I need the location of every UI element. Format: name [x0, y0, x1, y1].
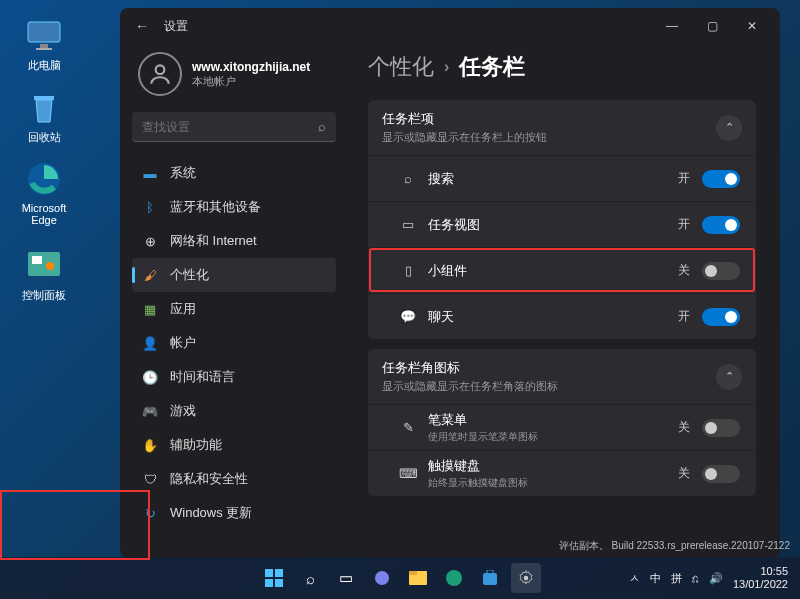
nav-label: 应用: [170, 300, 196, 318]
ime-icon[interactable]: ㅅ: [629, 571, 640, 586]
settings-taskbar-icon[interactable]: [511, 563, 541, 593]
close-button[interactable]: ✕: [732, 12, 772, 40]
nav-icon: 👤: [142, 335, 158, 351]
build-text: 评估副本。 Build 22533.rs_prerelease.220107-2…: [559, 539, 790, 553]
desktop-icon-control[interactable]: 控制面板: [16, 246, 72, 303]
nav-icon: 🎮: [142, 403, 158, 419]
sidebar-item-4[interactable]: ▦应用: [132, 292, 336, 326]
toggle-state: 开: [678, 216, 690, 233]
volume-icon[interactable]: 🔊: [709, 572, 723, 585]
edge-icon: [25, 160, 63, 198]
desktop-icon-edge[interactable]: Microsoft Edge: [16, 160, 72, 226]
nav-label: 蓝牙和其他设备: [170, 198, 261, 216]
sidebar-item-3[interactable]: 🖌个性化: [132, 258, 336, 292]
nav-icon: 🖌: [142, 267, 158, 283]
toggle-switch[interactable]: [702, 216, 740, 234]
svg-rect-12: [275, 579, 283, 587]
nav-icon: ⊕: [142, 233, 158, 249]
breadcrumb-current: 任务栏: [459, 52, 525, 82]
desktop-icon-pc[interactable]: 此电脑: [16, 16, 72, 73]
nav-label: 网络和 Internet: [170, 232, 257, 250]
search-icon: ⌕: [318, 119, 326, 134]
svg-rect-11: [265, 579, 273, 587]
sidebar-item-10[interactable]: ↻Windows 更新: [132, 496, 336, 530]
corner-icon-row: ✎ 笔菜单使用笔时显示笔菜单图标 关: [368, 404, 756, 450]
row-icon: ⌕: [400, 171, 416, 186]
network-icon[interactable]: ⎌: [692, 572, 699, 584]
taskbar-item-row: ▯ 小组件 关: [368, 247, 756, 293]
svg-rect-0: [28, 22, 60, 42]
start-button[interactable]: [259, 563, 289, 593]
row-label: 笔菜单: [428, 411, 666, 429]
nav-label: Windows 更新: [170, 504, 252, 522]
nav-label: 系统: [170, 164, 196, 182]
user-block[interactable]: www.xitongzhijia.net 本地帐户: [132, 44, 336, 112]
chevron-up-icon: ⌃: [716, 115, 742, 141]
maximize-button[interactable]: ▢: [692, 12, 732, 40]
toggle-switch[interactable]: [702, 262, 740, 280]
taskbar-right: ㅅ 中 拼 ⎌ 🔊 10:55 13/01/2022: [629, 565, 800, 591]
sidebar: www.xitongzhijia.net 本地帐户 ⌕ ▬系统ᛒ蓝牙和其他设备⊕…: [120, 44, 348, 558]
sidebar-item-6[interactable]: 🕒时间和语言: [132, 360, 336, 394]
taskbar-edge-icon[interactable]: [439, 563, 469, 593]
back-button[interactable]: ←: [128, 18, 156, 34]
nav-icon: 🕒: [142, 369, 158, 385]
toggle-switch[interactable]: [702, 308, 740, 326]
section-taskbar-items: 任务栏项 显示或隐藏显示在任务栏上的按钮 ⌃ ⌕ 搜索 开 ▭ 任务视图 开 ▯…: [368, 100, 756, 339]
nav-label: 个性化: [170, 266, 209, 284]
ime-lang[interactable]: 中: [650, 571, 661, 586]
store-icon[interactable]: [475, 563, 505, 593]
sidebar-item-2[interactable]: ⊕网络和 Internet: [132, 224, 336, 258]
toggle-state: 关: [678, 262, 690, 279]
svg-point-16: [446, 570, 462, 586]
section-header[interactable]: 任务栏角图标 显示或隐藏显示在任务栏角落的图标 ⌃: [368, 349, 756, 404]
taskbar-center: ⌕ ▭: [259, 563, 541, 593]
settings-window: ← 设置 — ▢ ✕ www.xitongzhijia.net 本地帐户 ⌕ ▬…: [120, 8, 780, 558]
clock[interactable]: 10:55 13/01/2022: [733, 565, 788, 591]
sidebar-item-5[interactable]: 👤帐户: [132, 326, 336, 360]
taskbar-chat-icon[interactable]: [367, 563, 397, 593]
row-icon: ▯: [400, 263, 416, 278]
sidebar-item-9[interactable]: 🛡隐私和安全性: [132, 462, 336, 496]
svg-rect-17: [483, 573, 497, 585]
taskbar-search-icon[interactable]: ⌕: [295, 563, 325, 593]
nav-label: 隐私和安全性: [170, 470, 248, 488]
nav-icon: ✋: [142, 437, 158, 453]
pc-icon: [25, 16, 63, 54]
sidebar-item-8[interactable]: ✋辅助功能: [132, 428, 336, 462]
minimize-button[interactable]: —: [652, 12, 692, 40]
toggle-switch[interactable]: [702, 170, 740, 188]
svg-rect-6: [32, 256, 42, 264]
explorer-icon[interactable]: [403, 563, 433, 593]
control-panel-icon: [25, 246, 63, 284]
sidebar-item-1[interactable]: ᛒ蓝牙和其他设备: [132, 190, 336, 224]
svg-rect-1: [40, 44, 48, 48]
desktop-icon-recycle[interactable]: 回收站: [16, 88, 72, 145]
search-input[interactable]: [142, 120, 318, 134]
desktop-icon-label: 此电脑: [28, 59, 61, 71]
time-text: 10:55: [733, 565, 788, 578]
toggle-switch[interactable]: [702, 419, 740, 437]
chevron-right-icon: ›: [444, 58, 449, 76]
toggle-state: 关: [678, 465, 690, 482]
section-subtitle: 显示或隐藏显示在任务栏上的按钮: [382, 130, 547, 145]
section-corner-icons: 任务栏角图标 显示或隐藏显示在任务栏角落的图标 ⌃ ✎ 笔菜单使用笔时显示笔菜单…: [368, 349, 756, 496]
svg-rect-2: [36, 48, 52, 50]
ime-mode[interactable]: 拼: [671, 571, 682, 586]
row-label: 任务视图: [428, 216, 666, 234]
section-title: 任务栏角图标: [382, 359, 558, 377]
sidebar-item-7[interactable]: 🎮游戏: [132, 394, 336, 428]
chevron-up-icon: ⌃: [716, 364, 742, 390]
corner-icon-row: ⌨ 触摸键盘始终显示触摸键盘图标 关: [368, 450, 756, 496]
sidebar-item-0[interactable]: ▬系统: [132, 156, 336, 190]
desktop-icon-label: 控制面板: [22, 289, 66, 301]
search-box[interactable]: ⌕: [132, 112, 336, 142]
taskview-icon[interactable]: ▭: [331, 563, 361, 593]
user-name: www.xitongzhijia.net: [192, 60, 310, 74]
nav-icon: ↻: [142, 505, 158, 521]
section-header[interactable]: 任务栏项 显示或隐藏显示在任务栏上的按钮 ⌃: [368, 100, 756, 155]
breadcrumb-parent[interactable]: 个性化: [368, 52, 434, 82]
titlebar: ← 设置 — ▢ ✕: [120, 8, 780, 44]
toggle-switch[interactable]: [702, 465, 740, 483]
svg-point-7: [46, 262, 54, 270]
